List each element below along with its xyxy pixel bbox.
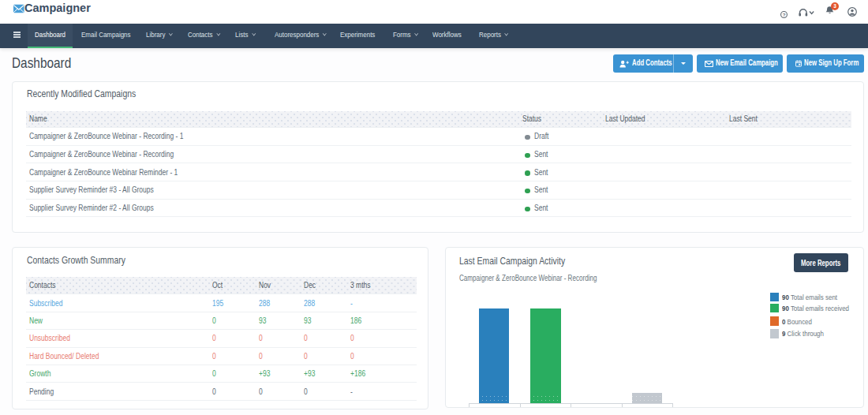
- svg-text:?: ?: [783, 12, 786, 17]
